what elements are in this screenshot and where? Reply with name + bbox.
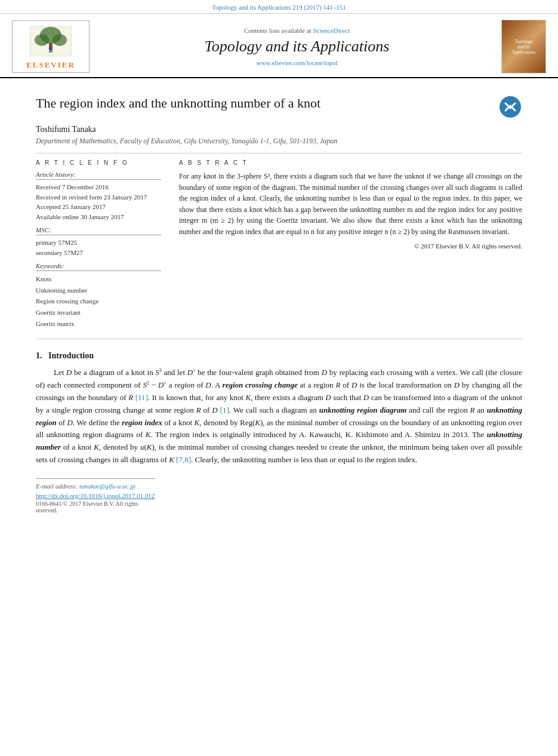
msc-label: MSC: [36, 226, 161, 235]
article-info-header: A R T I C L E I N F O [36, 159, 161, 166]
email-address[interactable]: tanakat@gifu-u.ac.jp [79, 483, 135, 490]
abstract-header: A B S T R A C T [179, 159, 522, 166]
contents-available-text: Contents lists available at ScienceDirec… [244, 27, 350, 34]
received-revised-date: Received in revised form 23 January 2017 [36, 192, 161, 202]
keywords-label: Keywords: [36, 262, 161, 271]
email-footnote: E-mail address: tanakat@gifu-u.ac.jp [36, 483, 155, 490]
section-divider [36, 153, 522, 153]
journal-reference-bar: Topology and its Applications 219 (2017)… [0, 0, 558, 14]
keyword-1: Knots [36, 273, 161, 285]
elsevier-brand-text: ELSEVIER [26, 60, 75, 70]
journal-url[interactable]: www.elsevier.com/locate/topol [256, 59, 337, 66]
paper-title-section: The region index and the unknotting numb… [36, 95, 522, 119]
svg-rect-6 [49, 50, 53, 53]
introduction-title: 1. Introduction [36, 351, 522, 361]
keyword-3: Region crossing change [36, 296, 161, 307]
keyword-2: Unknotting number [36, 285, 161, 296]
paper-title: The region index and the unknotting numb… [36, 95, 486, 112]
svg-point-3 [53, 34, 67, 46]
journal-title: Topology and its Applications [205, 38, 390, 56]
copyright-text: © 2017 Elsevier B.V. All rights reserved… [179, 241, 522, 251]
crossmark-icon [498, 95, 522, 119]
journal-thumb-title: Topologyand itsApplications [509, 36, 538, 57]
email-label: E-mail address: [36, 483, 78, 490]
section-divider-2 [36, 339, 522, 339]
journal-reference-text: Topology and its Applications 219 (2017)… [212, 4, 346, 11]
abstract-column: A B S T R A C T For any knot in the 3-sp… [179, 159, 522, 329]
elsevier-tree-icon [27, 23, 75, 59]
journal-thumbnail: Topologyand itsApplications [501, 20, 546, 73]
keyword-5: Goeritz matrix [36, 318, 161, 330]
accepted-date: Accepted 25 January 2017 [36, 202, 161, 212]
author-name: Toshifumi Tanaka [36, 125, 522, 134]
msc-primary: primary 57M25 [36, 238, 161, 248]
journal-header: ELSEVIER Contents lists available at Sci… [0, 14, 558, 78]
article-info-abstract-row: A R T I C L E I N F O Article history: R… [36, 159, 522, 329]
doi-link[interactable]: http://dx.doi.org/10.1016/j.topol.2017.0… [36, 492, 155, 499]
journal-header-center: Contents lists available at ScienceDirec… [101, 27, 492, 66]
author-affiliation: Department of Mathematics, Faculty of Ed… [36, 137, 522, 146]
article-info-column: A R T I C L E I N F O Article history: R… [36, 159, 161, 329]
main-content: The region index and the unknotting numb… [0, 78, 558, 525]
introduction-section: 1. Introduction Let D be a diagram of a … [36, 351, 522, 466]
sciencedirect-link[interactable]: ScienceDirect [313, 27, 350, 34]
available-date: Available online 30 January 2017 [36, 212, 161, 222]
received-date: Received 7 December 2016 [36, 182, 161, 192]
elsevier-logo: ELSEVIER [12, 20, 90, 73]
issn-text: 0166-8641/© 2017 Elsevier B.V. All right… [36, 500, 155, 514]
abstract-body: For any knot in the 3-sphere S³, there e… [179, 172, 522, 236]
keyword-4: Goeritz invariant [36, 307, 161, 318]
msc-secondary: secondary 57M27 [36, 248, 161, 258]
footnote-section: E-mail address: tanakat@gifu-u.ac.jp htt… [36, 478, 155, 514]
intro-paragraph-1: Let D be a diagram of a knot in S3 and l… [36, 367, 522, 466]
article-history-label: Article history: [36, 171, 161, 180]
introduction-body: Let D be a diagram of a knot in S3 and l… [36, 367, 522, 466]
svg-point-2 [35, 34, 49, 46]
abstract-text: For any knot in the 3-sphere S³, there e… [179, 171, 522, 251]
